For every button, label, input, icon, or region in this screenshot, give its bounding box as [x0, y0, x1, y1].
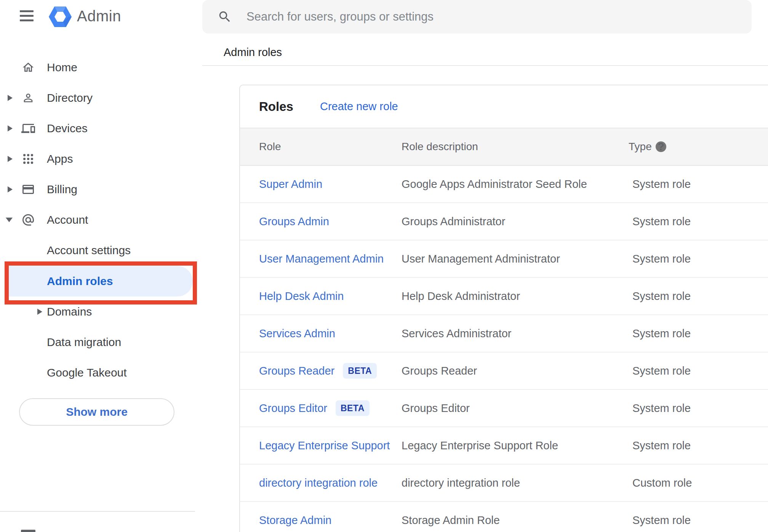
role-description: Legacy Enterprise Support Role	[402, 439, 558, 452]
at-sign-icon	[21, 213, 35, 227]
panel-title: Roles	[259, 99, 293, 114]
role-type: System role	[632, 439, 691, 452]
role-link[interactable]: Groups EditorBETA	[259, 401, 370, 416]
beta-badge: BETA	[343, 363, 377, 379]
breadcrumb-divider	[202, 65, 768, 66]
role-description: Help Desk Administrator	[402, 290, 520, 303]
app-title: Admin	[77, 8, 121, 25]
table-header-row: Role Role description Type ?	[240, 128, 768, 166]
table-row: User Management Admin User Management Ad…	[240, 240, 768, 278]
sidebar-item-google-takeout[interactable]: Google Takeout	[0, 357, 196, 388]
table-row: Groups Admin Groups Administrator System…	[240, 203, 768, 240]
role-link[interactable]: Services Admin	[259, 327, 335, 340]
role-link[interactable]: User Management Admin	[259, 253, 384, 265]
role-link[interactable]: Groups Admin	[259, 215, 329, 228]
table-row: Groups EditorBETA Groups Editor System r…	[240, 390, 768, 427]
expand-arrow-icon[interactable]	[8, 186, 13, 192]
role-description: Storage Admin Role	[402, 514, 500, 527]
role-type: System role	[632, 365, 691, 377]
role-type: Custom role	[632, 477, 692, 489]
table-row: Groups ReaderBETA Groups Reader System r…	[240, 353, 768, 390]
sidebar-item-label: Home	[47, 61, 77, 74]
expand-arrow-icon[interactable]	[37, 309, 42, 315]
role-link[interactable]: Groups ReaderBETA	[259, 363, 377, 379]
sidebar-item-account[interactable]: Account	[0, 205, 196, 235]
role-link[interactable]: Storage Admin	[259, 514, 331, 527]
sidebar-item-label: Account settings	[47, 244, 131, 257]
sidebar-item-label: Domains	[47, 305, 92, 318]
role-description: Services Administrator	[402, 327, 512, 340]
roles-panel: Roles Create new role Role Role descript…	[239, 85, 768, 532]
admin-logo-icon	[49, 6, 72, 27]
breadcrumb: Admin roles	[224, 46, 282, 59]
role-description: Groups Reader	[402, 365, 477, 377]
sidebar-item-account-settings[interactable]: Account settings	[0, 235, 196, 266]
sidebar-item-home[interactable]: Home	[0, 52, 196, 83]
column-header-type: Type	[629, 141, 652, 153]
person-icon	[21, 91, 35, 105]
role-type: System role	[632, 290, 691, 303]
role-link-label: Groups Editor	[259, 402, 327, 415]
sidebar-item-label: Directory	[47, 91, 93, 104]
sidebar-item-apps[interactable]: Apps	[0, 144, 196, 174]
sidebar-item-label: Account	[47, 213, 88, 226]
help-icon[interactable]: ?	[656, 141, 666, 152]
sidebar: Admin Home Directory Devices	[0, 0, 196, 532]
cropped-nav-icon	[21, 530, 35, 532]
sidebar-item-label: Admin roles	[47, 275, 113, 288]
expand-arrow-icon[interactable]	[8, 156, 13, 162]
sidebar-item-billing[interactable]: Billing	[0, 174, 196, 205]
role-description: Groups Editor	[402, 402, 470, 415]
expand-arrow-icon[interactable]	[8, 95, 13, 101]
role-link[interactable]: directory integration role	[259, 477, 378, 489]
search-input[interactable]: Search for users, groups or settings	[246, 0, 434, 34]
table-row: Services Admin Services Administrator Sy…	[240, 315, 768, 353]
role-description: Groups Administrator	[402, 215, 505, 228]
expand-arrow-icon[interactable]	[8, 125, 13, 131]
role-type: System role	[632, 253, 691, 265]
table-row: Storage Admin Storage Admin Role System …	[240, 502, 768, 532]
role-link[interactable]: Legacy Enterprise Support	[259, 439, 390, 452]
roles-panel-header: Roles Create new role	[240, 85, 768, 128]
beta-badge: BETA	[336, 401, 370, 416]
admin-console-page: Admin Home Directory Devices	[0, 0, 768, 532]
column-header-description: Role description	[402, 141, 478, 153]
credit-card-icon	[21, 183, 35, 196]
role-type: System role	[632, 327, 691, 340]
home-icon	[21, 61, 35, 74]
devices-icon	[21, 122, 35, 135]
role-type: System role	[632, 402, 691, 415]
sidebar-item-data-migration[interactable]: Data migration	[0, 327, 196, 357]
collapse-arrow-icon[interactable]	[6, 218, 13, 222]
role-type: System role	[632, 178, 691, 191]
sidebar-item-directory[interactable]: Directory	[0, 83, 196, 113]
sidebar-item-label: Data migration	[47, 336, 121, 349]
role-link-label: Groups Reader	[259, 365, 334, 377]
search-icon	[218, 10, 232, 24]
sidebar-item-label: Google Takeout	[47, 366, 127, 379]
table-row: directory integration role directory int…	[240, 465, 768, 502]
apps-grid-icon	[21, 152, 35, 166]
sidebar-divider	[0, 511, 195, 512]
role-description: Google Apps Administrator Seed Role	[402, 178, 587, 191]
role-link[interactable]: Super Admin	[259, 178, 322, 191]
create-new-role-link[interactable]: Create new role	[320, 100, 398, 113]
sidebar-item-devices[interactable]: Devices	[0, 113, 196, 144]
table-row: Legacy Enterprise Support Legacy Enterpr…	[240, 427, 768, 465]
search-bar[interactable]: Search for users, groups or settings	[202, 0, 752, 34]
role-description: User Management Administrator	[402, 253, 560, 265]
menu-hamburger-icon[interactable]	[20, 10, 34, 21]
sidebar-item-label: Devices	[47, 122, 88, 135]
sidebar-item-admin-roles[interactable]: Admin roles	[0, 266, 196, 296]
column-header-role: Role	[259, 141, 281, 153]
role-link[interactable]: Help Desk Admin	[259, 290, 344, 303]
sidebar-item-label: Apps	[47, 152, 73, 165]
role-type: System role	[632, 215, 691, 228]
role-description: directory integration role	[402, 477, 520, 489]
role-type: System role	[632, 514, 691, 527]
show-more-button[interactable]: Show more	[19, 398, 174, 426]
sidebar-item-domains[interactable]: Domains	[0, 296, 196, 327]
table-row: Super Admin Google Apps Administrator Se…	[240, 166, 768, 203]
sidebar-item-label: Billing	[47, 183, 77, 196]
table-row: Help Desk Admin Help Desk Administrator …	[240, 278, 768, 315]
